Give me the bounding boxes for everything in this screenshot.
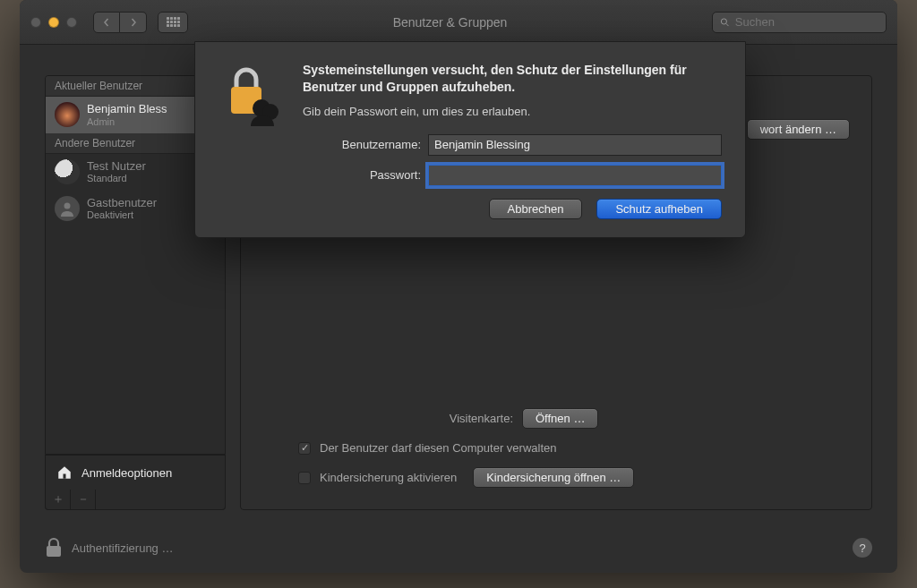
avatar-guest-icon: [55, 196, 80, 221]
parental-checkbox-label: Kindersicherung aktivieren: [320, 471, 457, 484]
svg-line-1: [726, 23, 729, 26]
forward-button[interactable]: [120, 12, 147, 33]
add-user-button[interactable]: ＋: [46, 490, 71, 509]
open-parental-button[interactable]: Kindersicherung öffnen …: [473, 467, 634, 488]
grid-icon: [167, 17, 180, 27]
dialog-actions: Abbrechen Schutz aufheben: [303, 199, 722, 219]
user-info: Benjamin Bless Admin: [87, 102, 167, 128]
dialog-heading: Systemeinstellungen versucht, den Schutz…: [303, 62, 722, 96]
parental-checkbox[interactable]: [298, 472, 311, 484]
lock-icon: [45, 537, 63, 558]
username-input[interactable]: [428, 134, 722, 156]
minimize-window-button[interactable]: [48, 17, 59, 28]
add-remove-bar: ＋ －: [45, 490, 226, 510]
auth-dialog: Systemeinstellungen versucht, den Schutz…: [194, 41, 746, 238]
user-role: Admin: [87, 116, 167, 128]
svg-rect-4: [47, 546, 61, 557]
lock-users-icon: [219, 62, 283, 126]
parental-row: Kindersicherung aktivieren Kindersicheru…: [262, 467, 850, 488]
zoom-window-button[interactable]: [66, 17, 77, 28]
remove-user-button[interactable]: －: [71, 490, 96, 509]
close-window-button[interactable]: [30, 17, 41, 28]
username-label: Benutzername:: [303, 138, 421, 151]
vcard-row: Visitenkarte: Öffnen …: [262, 408, 850, 429]
back-button[interactable]: [93, 12, 120, 33]
window-title: Benutzer & Gruppen: [199, 15, 701, 30]
lower-controls: Visitenkarte: Öffnen … ✓ Der Benutzer da…: [262, 408, 850, 488]
user-name: Gastbenutzer: [87, 196, 157, 210]
avatar: [55, 102, 80, 127]
titlebar: Benutzer & Gruppen: [20, 0, 897, 45]
user-role: Deaktiviert: [87, 209, 157, 221]
dialog-subtext: Gib dein Passwort ein, um dies zu erlaub…: [303, 105, 722, 118]
preferences-window: Benutzer & Gruppen Aktueller Benutzer Be…: [20, 0, 897, 573]
password-label: Passwort:: [303, 168, 421, 182]
login-options-label: Anmeldeoptionen: [81, 466, 172, 480]
search-field[interactable]: [712, 12, 887, 33]
spacer: [96, 490, 225, 509]
unlock-button[interactable]: Schutz aufheben: [596, 199, 722, 219]
login-options[interactable]: Anmeldeoptionen: [45, 455, 226, 490]
admin-checkbox[interactable]: ✓: [298, 442, 311, 455]
admin-checkbox-row: ✓ Der Benutzer darf diesen Computer verw…: [262, 441, 850, 455]
auth-text: Authentifizierung …: [72, 541, 173, 555]
user-name: Test Nutzer: [87, 159, 146, 174]
svg-rect-3: [64, 474, 66, 479]
svg-point-0: [721, 18, 726, 23]
username-field-row: Benutzername:: [303, 134, 722, 156]
show-all-button[interactable]: [158, 12, 188, 33]
footer: Authentifizierung … ?: [45, 537, 872, 558]
search-input[interactable]: [735, 15, 878, 29]
password-field-row: Passwort:: [303, 165, 722, 186]
user-role: Standard: [87, 173, 146, 184]
lock-row[interactable]: Authentifizierung …: [45, 537, 173, 558]
search-icon: [720, 17, 730, 28]
house-icon: [56, 464, 73, 481]
password-input[interactable]: [428, 165, 722, 186]
vcard-label: Visitenkarte:: [262, 412, 513, 425]
dialog-textcol: Systemeinstellungen versucht, den Schutz…: [303, 62, 722, 219]
user-name: Benjamin Bless: [87, 102, 167, 116]
traffic-lights: [30, 17, 77, 28]
cancel-button[interactable]: Abbrechen: [489, 199, 583, 219]
user-info: Gastbenutzer Deaktiviert: [87, 196, 157, 222]
open-vcard-button[interactable]: Öffnen …: [522, 408, 598, 429]
help-button[interactable]: ?: [853, 538, 872, 558]
change-password-button[interactable]: wort ändern …: [747, 119, 850, 140]
avatar: [55, 159, 80, 184]
nav-buttons: [93, 12, 147, 33]
dialog-top: Systemeinstellungen versucht, den Schutz…: [219, 62, 722, 219]
user-info: Test Nutzer Standard: [87, 159, 146, 185]
admin-checkbox-label: Der Benutzer darf diesen Computer verwal…: [320, 441, 556, 455]
svg-point-2: [64, 202, 71, 209]
